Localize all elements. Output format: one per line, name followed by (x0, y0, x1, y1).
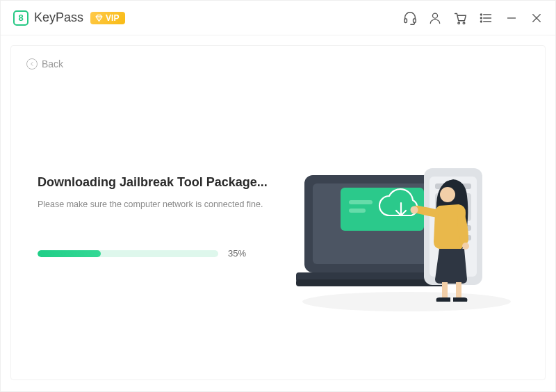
svg-point-29 (440, 187, 455, 202)
account-button[interactable] (427, 10, 443, 26)
logo-glyph: 8 (18, 13, 23, 23)
menu-icon (478, 11, 493, 25)
cart-icon (452, 10, 468, 26)
svg-point-9 (480, 21, 482, 22)
svg-point-7 (480, 17, 482, 19)
svg-point-2 (433, 13, 438, 18)
app-name: KeyPass (34, 10, 83, 25)
page-title: Downloading Jailbreak Tool Package... (38, 175, 284, 190)
user-icon (428, 10, 442, 26)
close-button[interactable] (529, 10, 544, 26)
back-button[interactable]: Back (26, 58, 63, 70)
illustration-column (284, 113, 530, 321)
svg-point-14 (302, 292, 511, 311)
minimize-button[interactable] (504, 10, 519, 26)
vip-label: VIP (106, 13, 119, 23)
app-window: 8 KeyPass VIP (0, 0, 556, 392)
progress-fill (38, 250, 101, 257)
titlebar: 8 KeyPass VIP (1, 1, 555, 35)
svg-rect-32 (442, 282, 448, 299)
svg-rect-1 (414, 18, 416, 22)
svg-rect-18 (296, 279, 446, 286)
cart-button[interactable] (452, 10, 468, 26)
menu-button[interactable] (477, 10, 494, 26)
content-row: Downloading Jailbreak Tool Package... Pl… (26, 70, 530, 364)
progress-bar: 35% (38, 248, 284, 259)
left-column: Downloading Jailbreak Tool Package... Pl… (26, 175, 284, 259)
svg-rect-33 (456, 282, 461, 299)
minimize-icon (505, 12, 518, 24)
support-button[interactable] (402, 10, 418, 26)
main-card: Back Downloading Jailbreak Tool Package.… (10, 45, 546, 380)
download-illustration (292, 113, 521, 321)
close-icon (530, 12, 543, 24)
page-subtext: Please make sure the computer network is… (38, 199, 284, 209)
svg-point-30 (411, 206, 418, 214)
svg-point-4 (463, 22, 465, 24)
svg-rect-0 (404, 18, 407, 22)
svg-rect-27 (349, 209, 366, 213)
body: Back Downloading Jailbreak Tool Package.… (1, 35, 555, 391)
back-chevron-icon (26, 58, 38, 70)
progress-track (38, 250, 218, 257)
app-logo: 8 (13, 10, 28, 26)
progress-percent: 35% (228, 248, 246, 259)
svg-rect-26 (349, 200, 373, 204)
headset-icon (402, 10, 418, 26)
back-label: Back (42, 58, 63, 70)
vip-badge[interactable]: VIP (90, 12, 125, 24)
diamond-icon (95, 14, 104, 22)
svg-point-5 (480, 14, 482, 15)
svg-point-3 (458, 22, 460, 24)
title-actions (402, 10, 544, 26)
svg-point-31 (462, 243, 469, 250)
